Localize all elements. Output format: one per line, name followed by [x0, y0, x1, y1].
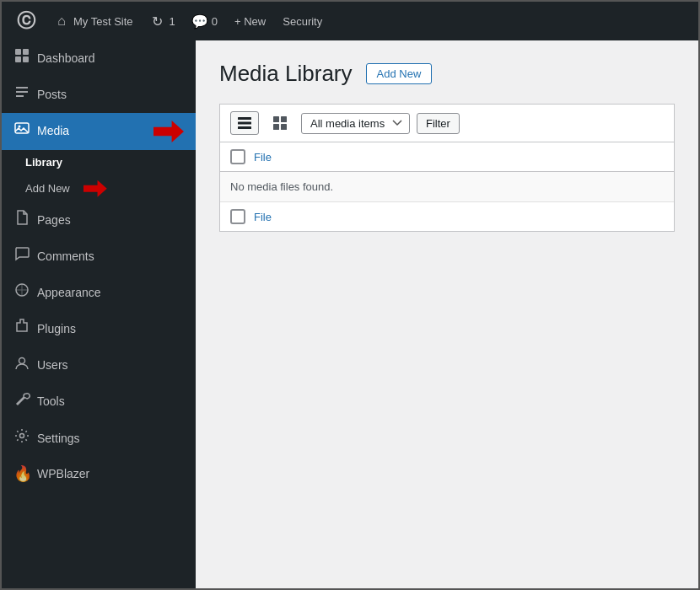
sidebar-item-posts[interactable]: Posts — [2, 77, 196, 113]
pages-icon — [13, 209, 30, 232]
svg-point-7 — [19, 357, 25, 363]
sidebar-item-pages[interactable]: Pages — [2, 202, 196, 239]
page-title: Media Library — [219, 61, 353, 87]
new-item[interactable]: + New — [228, 2, 272, 40]
no-media-text: No media files found. — [230, 180, 333, 193]
settings-label: Settings — [37, 431, 80, 448]
security-item[interactable]: Security — [276, 2, 329, 40]
comments-icon: 💬 — [192, 13, 207, 29]
plugins-icon — [13, 318, 30, 341]
svg-rect-2 — [15, 56, 21, 62]
media-table: File No media files found. File — [219, 142, 675, 232]
updates-count: 1 — [170, 15, 175, 28]
svg-rect-15 — [281, 124, 287, 130]
pages-label: Pages — [37, 212, 71, 229]
users-label: Users — [37, 357, 68, 374]
sidebar-item-users[interactable]: Users — [2, 348, 196, 384]
site-name-label: My Test Site — [73, 15, 133, 28]
comments-label: Comments — [37, 249, 94, 266]
add-new-button[interactable]: Add New — [366, 63, 433, 84]
security-label: Security — [283, 15, 322, 28]
new-label: + New — [234, 15, 266, 28]
admin-bar: ⓒ ⌂ My Test Site ↻ 1 💬 0 + New Security — [2, 2, 698, 40]
page-header: Media Library Add New — [219, 61, 675, 87]
wpblazer-label: WPBlazer — [37, 466, 89, 483]
tools-icon — [13, 391, 30, 414]
content-area: Media Library Add New All media itemsIma… — [196, 40, 698, 588]
media-toolbar: All media itemsImagesAudioVideoDocuments… — [219, 104, 675, 142]
media-empty-row: No media files found. — [220, 172, 674, 202]
sidebar-item-wpblazer[interactable]: 🔥 WPBlazer — [2, 457, 196, 491]
col-file-footer[interactable]: File — [254, 211, 272, 223]
grid-view-button[interactable] — [266, 111, 294, 135]
wpblazer-icon: 🔥 — [13, 464, 30, 485]
sidebar-item-add-new[interactable]: Add New — [2, 175, 196, 202]
sidebar-item-comments[interactable]: Comments — [2, 239, 196, 275]
list-view-button[interactable] — [230, 111, 259, 135]
users-icon — [13, 355, 30, 378]
sidebar: Dashboard Posts Media Library Add New — [2, 40, 196, 588]
list-view-icon — [237, 115, 252, 131]
sidebar-item-library[interactable]: Library — [2, 150, 196, 175]
comments-sidebar-icon — [13, 245, 30, 268]
dashboard-icon — [13, 47, 30, 70]
sidebar-item-media[interactable]: Media — [2, 113, 196, 149]
comments-item[interactable]: 💬 0 — [186, 2, 224, 40]
svg-point-8 — [20, 433, 24, 437]
appearance-label: Appearance — [37, 285, 101, 302]
add-new-sub-label: Add New — [25, 181, 70, 196]
updates-item[interactable]: ↻ 1 — [143, 2, 182, 40]
media-table-header: File — [220, 142, 674, 172]
col-file-header[interactable]: File — [254, 151, 272, 164]
footer-checkbox[interactable] — [230, 209, 245, 224]
select-all-checkbox[interactable] — [230, 149, 245, 164]
posts-icon — [13, 83, 30, 106]
media-filter-select[interactable]: All media itemsImagesAudioVideoDocuments… — [301, 113, 410, 134]
dashboard-label: Dashboard — [37, 51, 95, 67]
svg-rect-13 — [281, 116, 287, 122]
svg-rect-3 — [23, 56, 29, 62]
library-label: Library — [25, 155, 62, 170]
wp-logo[interactable]: ⓒ — [8, 2, 44, 40]
updates-icon: ↻ — [150, 13, 165, 29]
media-arrow — [153, 121, 184, 142]
main-layout: Dashboard Posts Media Library Add New — [2, 40, 698, 588]
sidebar-item-plugins[interactable]: Plugins — [2, 311, 196, 347]
svg-rect-12 — [273, 116, 279, 122]
sidebar-item-appearance[interactable]: Appearance — [2, 275, 196, 311]
svg-rect-9 — [238, 117, 251, 120]
media-label: Media — [37, 123, 69, 140]
sidebar-item-settings[interactable]: Settings — [2, 421, 196, 457]
posts-label: Posts — [37, 87, 67, 104]
site-name-item[interactable]: ⌂ My Test Site — [47, 2, 140, 40]
home-icon: ⌂ — [54, 13, 69, 29]
media-icon — [13, 120, 30, 142]
sidebar-item-dashboard[interactable]: Dashboard — [2, 40, 196, 77]
svg-rect-1 — [23, 49, 29, 55]
comments-count: 0 — [212, 15, 218, 28]
media-footer-row: File — [220, 202, 674, 231]
appearance-icon — [13, 282, 30, 304]
sidebar-item-tools[interactable]: Tools — [2, 384, 196, 421]
svg-rect-14 — [273, 124, 279, 130]
tools-label: Tools — [37, 394, 65, 410]
svg-rect-0 — [15, 49, 21, 55]
plugins-label: Plugins — [37, 321, 76, 338]
settings-icon — [13, 427, 30, 450]
filter-button[interactable]: Filter — [417, 113, 460, 134]
add-new-arrow — [83, 180, 107, 197]
svg-rect-10 — [238, 122, 251, 125]
svg-rect-11 — [238, 126, 251, 129]
grid-view-icon — [272, 115, 288, 131]
